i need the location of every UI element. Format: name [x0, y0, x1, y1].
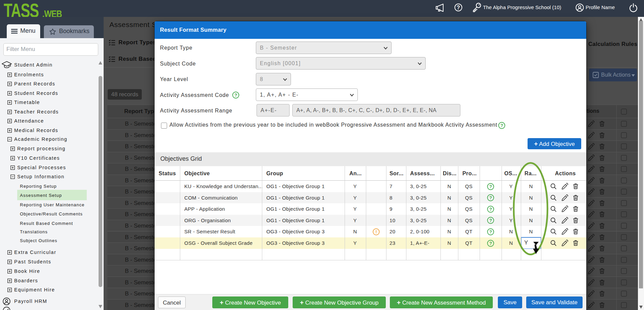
svg-text:?: ? [457, 5, 460, 10]
svg-text:?: ? [489, 195, 492, 200]
svg-text:?: ? [489, 241, 492, 246]
svg-text:?: ? [234, 93, 237, 98]
svg-text:!: ! [375, 229, 377, 234]
svg-text:?: ? [489, 184, 492, 189]
svg-text:?: ? [500, 123, 503, 128]
svg-text:?: ? [489, 207, 492, 212]
svg-text:?: ? [489, 229, 492, 234]
svg-text:?: ? [489, 218, 492, 223]
